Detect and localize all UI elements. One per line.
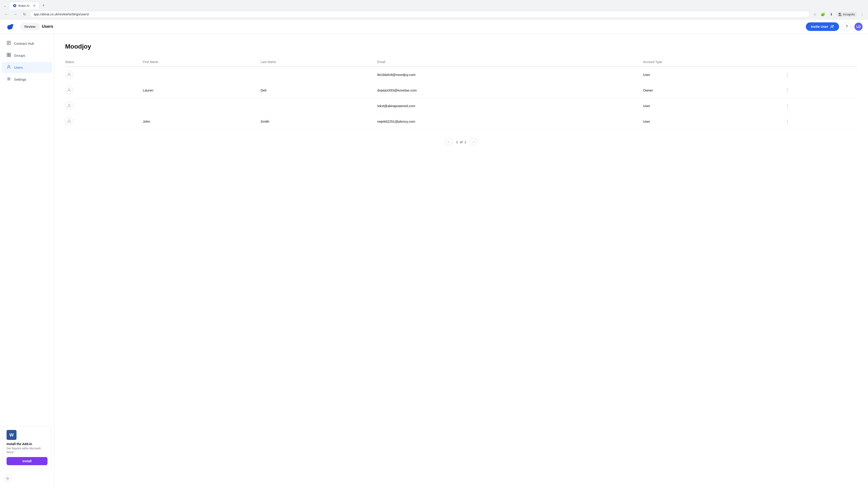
bookmark-icon[interactable]: ☆ [812, 11, 818, 18]
addin-title: Install the Add-in [6, 442, 48, 446]
user-lastname: Deli [260, 83, 377, 98]
sidebar-item-users[interactable]: Users [2, 62, 52, 73]
top-nav-right: Invite User ? LD [806, 22, 863, 31]
svg-point-20 [68, 120, 70, 122]
total-pages: 1 [464, 140, 466, 144]
sidebar-item-groups[interactable]: Groups [2, 50, 52, 61]
browser-chrome: ⌄ R Robin AI ✕ + ← → ↻ app.robinai.co.uk… [0, 0, 868, 20]
back-btn[interactable]: ← [3, 11, 10, 18]
incognito-label: Incognito [843, 13, 855, 16]
svg-point-4 [12, 24, 13, 25]
sidebar-label-users: Users [14, 66, 23, 69]
tab-close-btn[interactable]: ✕ [33, 4, 36, 7]
user-more-btn[interactable]: ⋮ [783, 118, 792, 125]
users-table: Status First Name Last Name Email Accoun… [65, 57, 857, 129]
user-avatar-icon [65, 102, 73, 110]
page-title: Users [42, 24, 53, 29]
svg-rect-12 [9, 55, 11, 57]
tab-back-nav[interactable]: ⌄ [2, 3, 8, 8]
top-nav: Review Users Invite User ? LD [0, 20, 868, 34]
word-icon: W [6, 430, 17, 440]
sidebar-label-settings: Settings [14, 77, 26, 81]
col-actions [783, 57, 857, 67]
sidebar-label-groups: Groups [14, 54, 25, 57]
next-page-btn[interactable]: → [470, 138, 477, 145]
org-name: Moodjoy [65, 43, 857, 50]
download-icon[interactable]: ⬇ [828, 11, 834, 18]
review-tab[interactable]: Review [20, 23, 40, 30]
menu-icon[interactable]: ⋮ [859, 11, 865, 18]
user-avatar-icon [65, 117, 73, 125]
table-row: 8e1bbdc8@moodjoy.comUser⋮ [65, 67, 857, 83]
help-button[interactable]: ? [843, 23, 851, 31]
col-account-type: Account Type [643, 57, 783, 67]
user-avatar-icon [65, 86, 73, 94]
address-bar[interactable]: app.robinai.co.uk/review/settings/users/ [30, 11, 810, 18]
addin-install-button[interactable]: Install [6, 457, 48, 465]
users-icon [6, 65, 11, 70]
addin-description: Get Reports within Microsoft Word! [6, 447, 48, 454]
table-body: 8e1bbdc8@moodjoy.comUser⋮LaurenDelidopej… [65, 67, 857, 129]
extensions-icon[interactable]: 🧩 [820, 11, 826, 18]
user-avatar-icon [65, 70, 73, 78]
browser-tab-active[interactable]: R Robin AI ✕ [9, 2, 39, 9]
pagination: ← 1 of 1 → [65, 138, 857, 145]
user-lastname [260, 67, 377, 83]
user-more-btn[interactable]: ⋮ [783, 71, 792, 78]
toolbar-actions: ☆ 🧩 ⬇ 🕵 Incognito ⋮ [812, 11, 865, 18]
sidebar-item-settings[interactable]: Settings [2, 74, 52, 85]
user-firstname [143, 98, 260, 113]
bottom-settings-icon[interactable] [4, 475, 12, 483]
user-account-type: Owner [643, 83, 783, 98]
svg-rect-10 [9, 53, 11, 55]
sidebar: Contract Hub Groups Users [0, 34, 54, 488]
svg-point-13 [8, 65, 10, 67]
user-avatar[interactable]: LD [855, 23, 863, 31]
user-avatar-cell [65, 98, 143, 113]
forward-btn[interactable]: → [12, 11, 19, 18]
user-firstname [143, 67, 260, 83]
invite-user-button[interactable]: Invite User [806, 22, 839, 31]
user-avatar-cell [65, 67, 143, 83]
tab-favicon: R [13, 4, 17, 7]
user-email: dopejot393@konetas.com [377, 83, 643, 98]
reload-btn[interactable]: ↻ [21, 11, 28, 18]
user-email: lxkvt@akirapowered.com [377, 98, 643, 113]
nav-tabs: Review [20, 23, 40, 30]
user-firstname: Lauren [143, 83, 260, 98]
svg-point-19 [68, 104, 70, 106]
col-lastname: Last Name [260, 57, 377, 67]
sidebar-label-contract-hub: Contract Hub [14, 41, 34, 45]
browser-tabs: ⌄ R Robin AI ✕ + [0, 0, 868, 9]
current-page: 1 [456, 140, 458, 144]
user-more-btn[interactable]: ⋮ [783, 87, 792, 94]
svg-text:R: R [14, 4, 16, 7]
user-action-cell: ⋮ [783, 113, 857, 129]
col-firstname: First Name [143, 57, 260, 67]
svg-point-14 [8, 78, 9, 79]
col-status: Status [65, 57, 143, 67]
browser-toolbar: ← → ↻ app.robinai.co.uk/review/settings/… [0, 9, 868, 19]
main-content: Moodjoy Status First Name Last Name Emai… [54, 34, 868, 488]
user-account-type: User [643, 67, 783, 83]
sidebar-item-contract-hub[interactable]: Contract Hub [2, 38, 52, 49]
svg-point-18 [68, 89, 70, 90]
prev-page-btn[interactable]: ← [445, 138, 452, 145]
col-email: Email [377, 57, 643, 67]
user-firstname: John [143, 113, 260, 129]
user-email: nejek62251@ploncy.com [377, 113, 643, 129]
table-row: LaurenDelidopejot393@konetas.comOwner⋮ [65, 83, 857, 98]
new-tab-btn[interactable]: + [40, 2, 46, 9]
logo[interactable] [5, 22, 14, 31]
url-text: app.robinai.co.uk/review/settings/users/ [34, 12, 806, 16]
user-lastname: Smith [260, 113, 377, 129]
of-label: of [460, 140, 463, 144]
main-area: Contract Hub Groups Users [0, 34, 868, 488]
incognito-icon: 🕵 [838, 13, 842, 16]
table-header: Status First Name Last Name Email Accoun… [65, 57, 857, 67]
tab-title: Robin AI [18, 4, 29, 7]
user-avatar-cell [65, 83, 143, 98]
user-more-btn[interactable]: ⋮ [783, 102, 792, 109]
user-account-type: User [643, 98, 783, 113]
page-info: 1 of 1 [456, 140, 466, 144]
